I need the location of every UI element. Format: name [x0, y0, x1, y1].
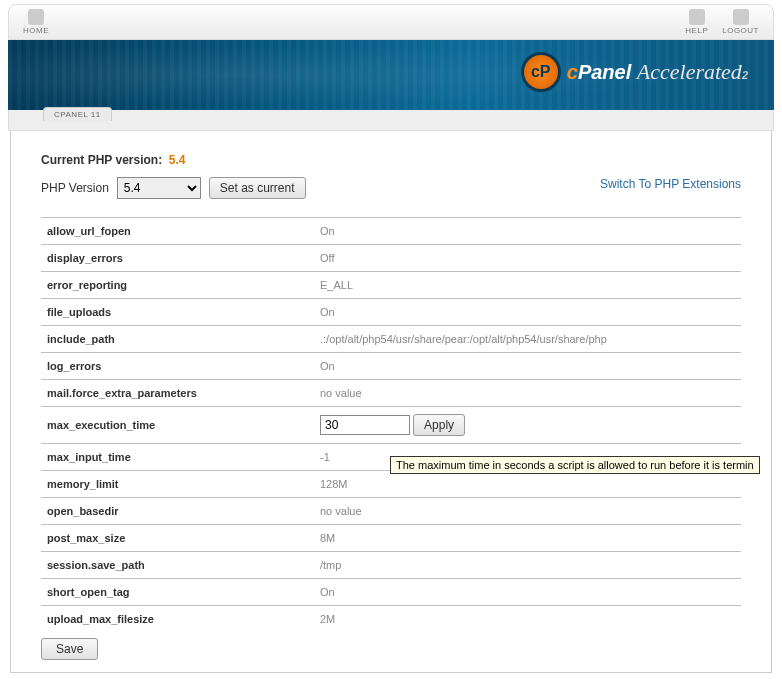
- setting-value[interactable]: On: [320, 360, 335, 372]
- setting-value-cell: Apply: [314, 407, 741, 444]
- setting-value[interactable]: 128M: [320, 478, 348, 490]
- current-version-line: Current PHP version: 5.4: [41, 153, 741, 167]
- tooltip: The maximum time in seconds a script is …: [390, 456, 760, 474]
- setting-key[interactable]: allow_url_fopen: [41, 218, 314, 245]
- setting-key[interactable]: session.save_path: [41, 552, 314, 579]
- brand-c: c: [567, 61, 578, 83]
- table-row: memory_limit128M: [41, 471, 741, 498]
- save-button[interactable]: Save: [41, 638, 98, 660]
- brand-accel: Accelerated: [637, 59, 742, 84]
- setting-value-cell: 128M: [314, 471, 741, 498]
- help-label: HELP: [685, 26, 708, 35]
- setting-value-input[interactable]: [320, 415, 410, 435]
- setting-value-cell: On: [314, 579, 741, 606]
- setting-value-cell: On: [314, 218, 741, 245]
- setting-key[interactable]: file_uploads: [41, 299, 314, 326]
- setting-value[interactable]: 8M: [320, 532, 335, 544]
- logout-label: LOGOUT: [722, 26, 759, 35]
- switch-extensions-link[interactable]: Switch To PHP Extensions: [600, 177, 741, 191]
- apply-button[interactable]: Apply: [413, 414, 465, 436]
- current-version-label: Current PHP version:: [41, 153, 162, 167]
- table-row: session.save_path/tmp: [41, 552, 741, 579]
- setting-value[interactable]: .:/opt/alt/php54/usr/share/pear:/opt/alt…: [320, 333, 607, 345]
- top-bar: HOME HELP LOGOUT: [8, 4, 774, 40]
- setting-key[interactable]: max_input_time: [41, 444, 314, 471]
- table-row: short_open_tagOn: [41, 579, 741, 606]
- current-version-value: 5.4: [169, 153, 186, 167]
- subbar-tab: CPANEL 11: [43, 107, 112, 121]
- setting-key[interactable]: error_reporting: [41, 272, 314, 299]
- table-row: mail.force_extra_parametersno value: [41, 380, 741, 407]
- setting-value-cell: /tmp: [314, 552, 741, 579]
- home-label: HOME: [23, 26, 49, 35]
- setting-key[interactable]: open_basedir: [41, 498, 314, 525]
- setting-key[interactable]: mail.force_extra_parameters: [41, 380, 314, 407]
- home-button[interactable]: HOME: [23, 9, 49, 35]
- setting-value-cell: no value: [314, 380, 741, 407]
- table-row: upload_max_filesize2M: [41, 606, 741, 633]
- table-row: display_errorsOff: [41, 245, 741, 272]
- table-row: include_path.:/opt/alt/php54/usr/share/p…: [41, 326, 741, 353]
- setting-value[interactable]: On: [320, 586, 335, 598]
- user-icon: [733, 9, 749, 25]
- table-row: post_max_size8M: [41, 525, 741, 552]
- setting-value[interactable]: E_ALL: [320, 279, 353, 291]
- setting-key[interactable]: post_max_size: [41, 525, 314, 552]
- banner: cP cPanel Accelerated2: [8, 40, 774, 110]
- setting-key[interactable]: display_errors: [41, 245, 314, 272]
- table-row: open_basedirno value: [41, 498, 741, 525]
- table-row: log_errorsOn: [41, 353, 741, 380]
- table-row: file_uploadsOn: [41, 299, 741, 326]
- setting-key[interactable]: upload_max_filesize: [41, 606, 314, 633]
- setting-value[interactable]: /tmp: [320, 559, 341, 571]
- logout-button[interactable]: LOGOUT: [722, 9, 759, 35]
- setting-value-cell: 2M: [314, 606, 741, 633]
- main-content: Current PHP version: 5.4 PHP Version 5.4…: [10, 131, 772, 673]
- setting-value-cell: .:/opt/alt/php54/usr/share/pear:/opt/alt…: [314, 326, 741, 353]
- setting-value[interactable]: no value: [320, 387, 362, 399]
- home-icon: [28, 9, 44, 25]
- setting-key[interactable]: log_errors: [41, 353, 314, 380]
- table-row: allow_url_fopenOn: [41, 218, 741, 245]
- brand-two: 2: [742, 69, 748, 81]
- setting-value-cell: Off: [314, 245, 741, 272]
- setting-value[interactable]: 2M: [320, 613, 335, 625]
- setting-value-cell: On: [314, 353, 741, 380]
- php-version-select[interactable]: 5.4: [117, 177, 201, 199]
- brand-panel: Panel: [578, 61, 631, 83]
- setting-value[interactable]: -1: [320, 451, 330, 463]
- help-icon: [689, 9, 705, 25]
- setting-value[interactable]: On: [320, 306, 335, 318]
- setting-value-cell: no value: [314, 498, 741, 525]
- setting-key[interactable]: include_path: [41, 326, 314, 353]
- table-row: max_execution_time Apply: [41, 407, 741, 444]
- setting-value[interactable]: no value: [320, 505, 362, 517]
- setting-key[interactable]: short_open_tag: [41, 579, 314, 606]
- php-version-label: PHP Version: [41, 181, 109, 195]
- setting-key[interactable]: memory_limit: [41, 471, 314, 498]
- setting-value-cell: 8M: [314, 525, 741, 552]
- table-row: error_reportingE_ALL: [41, 272, 741, 299]
- help-button[interactable]: HELP: [685, 9, 708, 35]
- setting-value-cell: E_ALL: [314, 272, 741, 299]
- setting-key[interactable]: max_execution_time: [41, 407, 314, 444]
- brand-logo: cP cPanel Accelerated2: [521, 52, 748, 92]
- sub-bar: CPANEL 11: [8, 110, 774, 131]
- setting-value[interactable]: On: [320, 225, 335, 237]
- setting-value[interactable]: Off: [320, 252, 334, 264]
- set-as-current-button[interactable]: Set as current: [209, 177, 306, 199]
- setting-value-cell: On: [314, 299, 741, 326]
- cpanel-badge-icon: cP: [521, 52, 561, 92]
- settings-table: allow_url_fopenOndisplay_errorsOfferror_…: [41, 217, 741, 632]
